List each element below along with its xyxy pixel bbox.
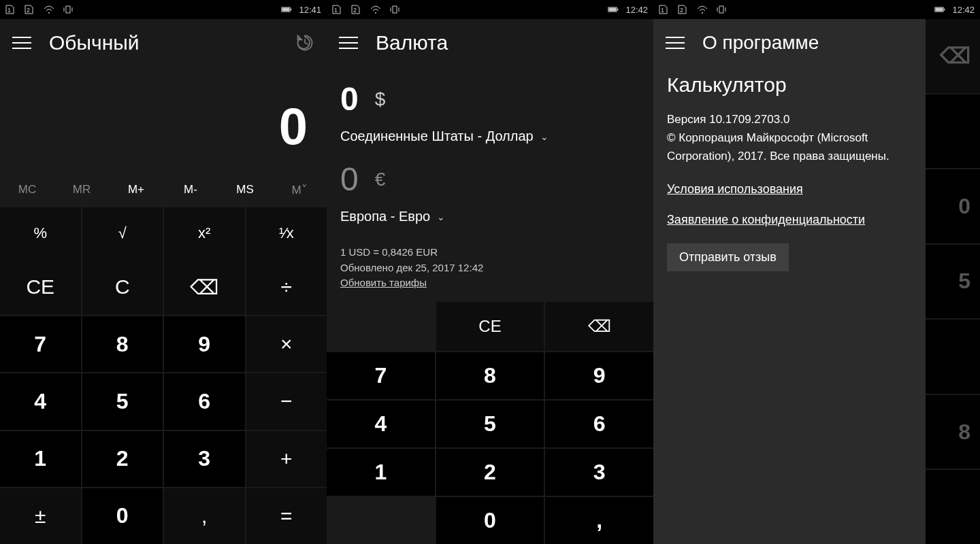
sim1-icon: 1 xyxy=(659,4,670,15)
version-text: Версия 10.1709.2703.0 xyxy=(667,113,789,126)
mem-ms[interactable]: MS xyxy=(218,172,272,207)
key-ce[interactable]: CE xyxy=(0,259,81,315)
fn-inverse[interactable]: ¹∕x xyxy=(246,207,327,259)
app-name: Калькулятор xyxy=(667,73,912,97)
svg-rect-6 xyxy=(291,9,291,11)
key-multiply[interactable]: × xyxy=(246,316,327,372)
key-5[interactable]: 5 xyxy=(82,373,163,429)
key-6[interactable]: 6 xyxy=(164,373,245,429)
key-9[interactable]: 9 xyxy=(164,316,245,372)
wifi-icon xyxy=(370,4,381,15)
key-9[interactable]: 9 xyxy=(545,352,653,399)
mem-mc[interactable]: MC xyxy=(0,172,54,207)
history-icon[interactable] xyxy=(295,33,314,52)
svg-rect-20 xyxy=(944,9,945,11)
key-2[interactable]: 2 xyxy=(82,431,163,487)
key-decimal[interactable]: , xyxy=(545,497,653,544)
currency-from-select[interactable]: Соединенные Штаты - Доллар ⌄ xyxy=(340,129,640,144)
currency-to-label: Европа - Евро xyxy=(340,209,430,224)
key-decimal[interactable]: , xyxy=(164,488,245,544)
vibrate-icon xyxy=(63,4,74,15)
sim2-icon: 2 xyxy=(24,4,35,15)
key-8[interactable]: 8 xyxy=(82,316,163,372)
key-divide[interactable]: ÷ xyxy=(246,259,327,315)
svg-rect-19 xyxy=(936,7,943,11)
terms-link[interactable]: Условия использования xyxy=(667,182,912,197)
key-2[interactable]: 2 xyxy=(436,449,544,496)
vibrate-icon xyxy=(716,4,727,15)
svg-text:2: 2 xyxy=(680,7,683,14)
key-4[interactable]: 4 xyxy=(0,373,81,429)
memory-row: MC MR M+ M- MS M˅ xyxy=(0,172,327,207)
key-4[interactable]: 4 xyxy=(327,401,435,447)
key-3[interactable]: 3 xyxy=(545,449,653,496)
about-overlay: О программе Калькулятор Версия 10.1709.2… xyxy=(653,19,926,544)
sim1-icon: 1 xyxy=(5,4,16,15)
privacy-link[interactable]: Заявление о конфиденциальности xyxy=(667,213,912,227)
key-8[interactable]: 8 xyxy=(436,352,544,399)
currency-from-symbol: $ xyxy=(375,88,386,110)
menu-button[interactable] xyxy=(12,32,34,54)
key-0[interactable]: 0 xyxy=(436,497,544,544)
panel-standard: 1 2 12:41 Обычный 0 MC MR M+ M- MS M˅ % … xyxy=(0,0,327,544)
currency-to-select[interactable]: Европа - Евро ⌄ xyxy=(340,209,640,224)
key-backspace[interactable]: ⌫ xyxy=(545,302,653,351)
key-backspace[interactable]: ⌫ xyxy=(164,259,245,315)
sim2-icon: 2 xyxy=(351,4,362,15)
menu-button[interactable] xyxy=(339,32,361,54)
key-1[interactable]: 1 xyxy=(327,449,435,496)
wifi-icon xyxy=(44,4,54,15)
key-subtract[interactable]: − xyxy=(246,373,327,429)
clock: 12:42 xyxy=(625,5,648,15)
currency-info: 1 USD = 0,8426 EUR Обновлено дек 25, 201… xyxy=(340,245,640,291)
key-7[interactable]: 7 xyxy=(327,352,435,399)
key-6[interactable]: 6 xyxy=(545,401,653,447)
clock: 12:41 xyxy=(299,5,321,15)
menu-button[interactable] xyxy=(666,32,687,54)
currency-to-symbol: € xyxy=(375,169,386,190)
key-add[interactable]: + xyxy=(246,431,327,487)
feedback-button[interactable]: Отправить отзыв xyxy=(667,243,789,271)
panel-currency: 1 2 12:42 Валюта 0 $ Соединенные Штаты -… xyxy=(327,0,653,544)
fn-percent[interactable]: % xyxy=(0,207,81,259)
currency-from-value[interactable]: 0 xyxy=(340,80,359,118)
key-7[interactable]: 7 xyxy=(0,316,81,372)
key-plusminus[interactable]: ± xyxy=(0,488,81,544)
rate-updated: Обновлено дек 25, 2017 12:42 xyxy=(340,260,640,276)
fn-square[interactable]: x² xyxy=(164,207,245,259)
key-5[interactable]: 5 xyxy=(436,401,544,447)
svg-rect-10 xyxy=(393,6,397,13)
refresh-rates-link[interactable]: Обновить тарифы xyxy=(340,277,427,288)
battery-icon xyxy=(281,4,292,15)
key-1[interactable]: 1 xyxy=(0,431,81,487)
currency-body: 0 $ Соединенные Штаты - Доллар ⌄ 0 € Евр… xyxy=(327,67,653,296)
currency-keypad: CE ⌫ 7 8 9 4 5 6 1 2 3 0 , xyxy=(327,296,653,545)
function-row: % √ x² ¹∕x xyxy=(0,207,327,259)
key-equals[interactable]: = xyxy=(246,488,327,544)
mem-mr[interactable]: MR xyxy=(54,172,109,207)
svg-text:1: 1 xyxy=(7,7,11,14)
sim2-icon: 2 xyxy=(678,4,689,15)
mem-mplus[interactable]: M+ xyxy=(109,172,163,207)
svg-point-9 xyxy=(375,12,376,14)
key-0[interactable]: 0 xyxy=(82,488,163,544)
mem-mminus[interactable]: M- xyxy=(163,172,218,207)
svg-point-16 xyxy=(702,12,703,14)
vibrate-icon xyxy=(389,4,400,15)
key-3[interactable]: 3 xyxy=(164,431,245,487)
key-c[interactable]: C xyxy=(82,259,163,315)
key-ce[interactable]: CE xyxy=(436,302,544,351)
keypad: CE C ⌫ ÷ 7 8 9 × 4 5 6 − 1 2 3 + ± 0 , = xyxy=(0,259,327,544)
header: Валюта xyxy=(327,19,653,67)
svg-rect-5 xyxy=(282,7,290,11)
svg-rect-12 xyxy=(609,7,617,11)
status-bar: 1 2 12:42 xyxy=(653,0,980,19)
mem-mv[interactable]: M˅ xyxy=(272,172,327,207)
svg-text:2: 2 xyxy=(353,7,357,14)
panel-about: 1 2 12:42 ⌫ 0 5 8 О программе Калькулято… xyxy=(653,0,980,544)
header: О программе xyxy=(653,19,926,67)
fn-sqrt[interactable]: √ xyxy=(82,207,163,259)
page-title: О программе xyxy=(702,32,819,54)
currency-to-value[interactable]: 0 xyxy=(340,160,359,198)
battery-icon xyxy=(934,4,945,15)
